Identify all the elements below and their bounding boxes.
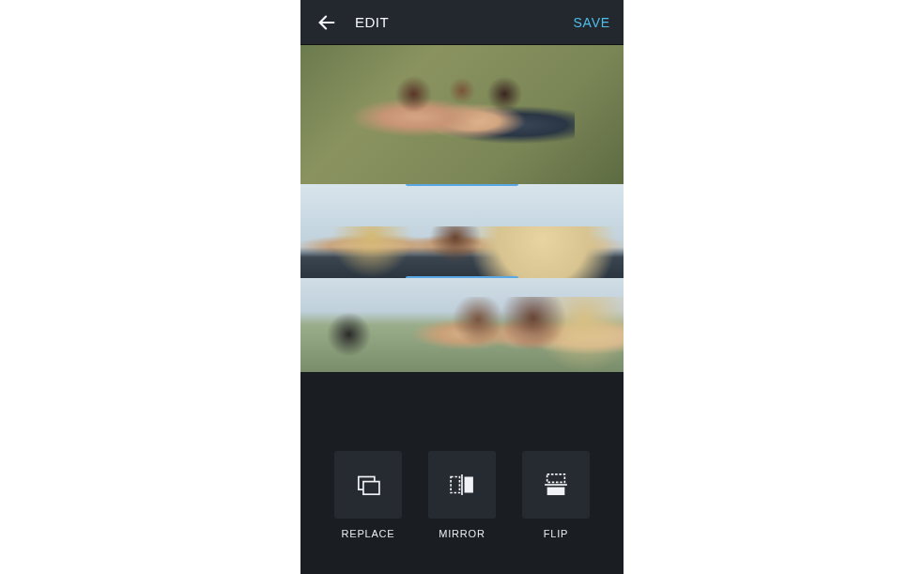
resize-handle-top[interactable] (406, 184, 518, 186)
save-button[interactable]: SAVE (573, 15, 610, 30)
spacer (300, 372, 624, 433)
flip-button[interactable]: FLIP (516, 451, 596, 539)
resize-handle-bottom[interactable] (406, 276, 518, 278)
tool-label: MIRROR (439, 528, 485, 539)
svg-rect-3 (451, 477, 459, 493)
collage-slot-2[interactable] (300, 184, 624, 278)
back-arrow-icon (316, 12, 337, 33)
tool-icon-box (428, 451, 496, 519)
header-bar: EDIT SAVE (300, 0, 624, 45)
svg-rect-8 (547, 488, 565, 496)
page-title: EDIT (355, 14, 389, 30)
replace-button[interactable]: REPLACE (328, 451, 408, 539)
tool-icon-box (522, 451, 590, 519)
replace-icon (352, 469, 384, 501)
svg-rect-5 (465, 477, 473, 493)
tool-icon-box (334, 451, 402, 519)
collage-slot-3[interactable] (300, 278, 624, 372)
flip-icon (540, 469, 572, 501)
photo-image (300, 45, 624, 184)
collage-layout (300, 45, 624, 372)
tool-label: REPLACE (342, 528, 395, 539)
svg-rect-2 (363, 482, 379, 495)
mirror-icon (446, 469, 478, 501)
back-button[interactable] (314, 9, 340, 36)
photo-image (300, 278, 624, 372)
tool-label: FLIP (544, 528, 568, 539)
edit-toolbar: REPLACE MIRROR FLIP (300, 433, 624, 574)
photo-image (300, 184, 624, 278)
collage-canvas (300, 45, 624, 372)
app-screen: EDIT SAVE REPLAC (300, 0, 624, 574)
mirror-button[interactable]: MIRROR (422, 451, 502, 539)
svg-rect-6 (547, 474, 565, 483)
collage-slot-1[interactable] (300, 45, 624, 184)
